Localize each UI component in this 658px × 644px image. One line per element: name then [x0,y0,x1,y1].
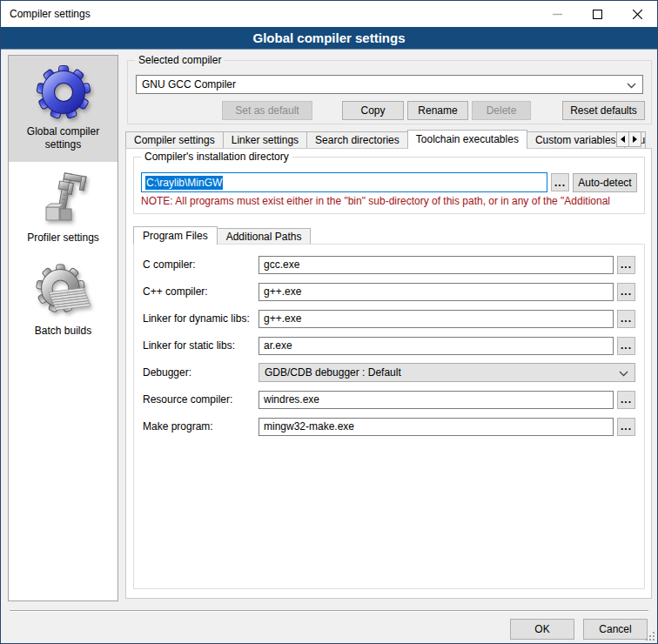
cpp-compiler-row: C++ compiler: ... [143,282,635,301]
cpp-compiler-browse-button[interactable]: ... [617,283,635,301]
dynamic-linker-label: Linker for dynamic libs: [143,312,258,325]
c-compiler-label: C compiler: [143,258,258,271]
static-linker-browse-button[interactable]: ... [617,337,635,355]
settings-category-list: Global compiler settings Profiler se [8,55,118,601]
make-program-label: Make program: [143,420,258,433]
selected-compiler-group-label: Selected compiler [135,54,225,66]
cpp-compiler-input[interactable] [258,283,614,301]
gray-gear-stack-icon [36,264,91,319]
installation-directory-group: Compiler's installation directory C:\ray… [133,157,645,214]
left-arrow-icon [621,136,625,143]
compiler-actions: Set as default Copy Rename Delete Reset … [136,101,645,120]
resize-grip[interactable] [646,632,655,641]
rename-button[interactable]: Rename [407,101,468,120]
resource-compiler-browse-button[interactable]: ... [617,391,635,409]
debugger-label: Debugger: [143,366,258,379]
caption-buttons [537,1,657,27]
c-compiler-row: C compiler: ... [143,255,635,274]
window-title: Compiler settings [10,1,91,27]
tab-linker-settings[interactable]: Linker settings [223,131,307,149]
auto-detect-button[interactable]: Auto-detect [573,173,637,192]
sidebar-item-profiler-settings[interactable]: Profiler settings [9,162,118,255]
browse-directory-button[interactable]: ... [551,173,569,191]
close-icon [633,10,642,19]
tab-additional-paths[interactable]: Additional Paths [217,228,312,245]
caliper-icon [36,171,91,226]
chevron-down-icon [619,371,628,377]
program-files-page: C compiler: ... C++ compiler: ... Linker… [133,244,645,589]
static-linker-label: Linker for static libs: [143,339,258,352]
debugger-select-value: GDB/CDB debugger : Default [265,366,401,379]
page-title: Global compiler settings [1,27,657,50]
minimize-button[interactable] [537,1,577,27]
tab-search-directories[interactable]: Search directories [306,131,408,149]
delete-button[interactable]: Delete [472,101,531,120]
sidebar-item-batch-builds[interactable]: Batch builds [9,255,118,348]
c-compiler-browse-button[interactable]: ... [617,256,635,274]
make-program-row: Make program: ... [143,417,635,436]
resource-compiler-input[interactable] [258,391,614,409]
dynamic-linker-browse-button[interactable]: ... [617,310,635,328]
toolchain-executables-page: Compiler's installation directory C:\ray… [125,148,652,599]
make-program-input[interactable] [258,418,614,436]
compiler-select[interactable]: GNU GCC Compiler [136,75,643,94]
footer-divider [10,610,648,611]
installation-directory-row: C:\raylib\MinGW ... Auto-detect [141,172,637,192]
selected-compiler-group: Selected compiler GNU GCC Compiler Set a… [127,60,652,124]
cancel-button[interactable]: Cancel [583,619,648,640]
titlebar[interactable]: Compiler settings [1,1,657,27]
resource-compiler-row: Resource compiler: ... [143,390,635,409]
settings-tabstrip: Compiler settings Linker settings Search… [125,130,652,149]
make-program-browse-button[interactable]: ... [617,418,635,436]
set-as-default-button[interactable]: Set as default [222,101,312,120]
selected-text: C:\raylib\MinGW [145,176,223,190]
reset-defaults-button[interactable]: Reset defaults [562,101,645,120]
bin-subdirectory-note: NOTE: All programs must exist either in … [141,195,641,207]
blue-gear-icon [36,64,91,120]
cpp-compiler-label: C++ compiler: [143,285,258,298]
right-arrow-icon [633,136,637,143]
static-linker-row: Linker for static libs: ... [143,336,635,355]
maximize-icon [593,10,602,19]
sidebar-item-label: Batch builds [35,325,91,338]
dynamic-linker-input[interactable] [258,310,614,328]
c-compiler-input[interactable] [258,256,614,274]
sidebar-item-label: Global compiler settings [12,125,114,151]
maximize-button[interactable] [577,1,617,27]
tab-custom-variables[interactable]: Custom variables [527,131,625,149]
resource-compiler-label: Resource compiler: [143,393,258,406]
chevron-down-icon [627,83,636,89]
ok-button[interactable]: OK [510,619,574,640]
sidebar-item-label: Profiler settings [27,231,99,245]
sidebar-item-global-compiler-settings[interactable]: Global compiler settings [9,56,118,162]
debugger-select[interactable]: GDB/CDB debugger : Default [258,363,635,382]
tab-scroll-right-button[interactable] [628,131,641,147]
installation-directory-group-label: Compiler's installation directory [141,151,292,163]
compiler-settings-dialog: Compiler settings Global compiler settin… [0,0,658,644]
tab-toolchain-executables[interactable]: Toolchain executables [407,130,527,149]
copy-button[interactable]: Copy [342,101,404,120]
dynamic-linker-row: Linker for dynamic libs: ... [143,309,635,328]
tab-program-files[interactable]: Program Files [133,226,218,245]
static-linker-input[interactable] [258,337,614,355]
close-button[interactable] [617,1,657,27]
compiler-select-value: GNU GCC Compiler [142,78,236,91]
debugger-row: Debugger: GDB/CDB debugger : Default [143,363,635,382]
installation-directory-input[interactable]: C:\raylib\MinGW [141,172,547,192]
program-files-tabstrip: Program Files Additional Paths [133,226,310,245]
tab-compiler-settings[interactable]: Compiler settings [125,131,224,149]
minimize-icon [553,10,562,19]
tab-scroll-left-button[interactable] [616,131,629,147]
